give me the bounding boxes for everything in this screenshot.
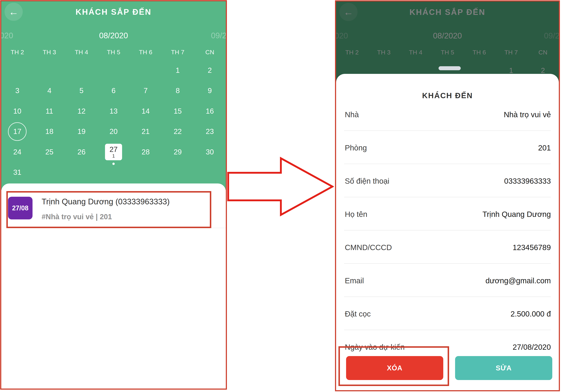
calendar-day-empty — [33, 60, 65, 81]
field-label: Số điện thoại — [345, 176, 389, 186]
calendar-day-24[interactable]: 24 — [1, 142, 33, 162]
weekday-label: CN — [194, 48, 226, 56]
calendar-day-empty — [162, 162, 194, 183]
calendar-day-8[interactable]: 8 — [162, 81, 194, 101]
field-label: Phòng — [345, 143, 367, 153]
field-value: 2.500.000 đ — [510, 309, 551, 320]
calendar-day-6[interactable]: 6 — [97, 81, 130, 101]
screenshot-right-guest-detail: ← KHÁCH SẮP ĐẾN 020 08/2020 09/2 TH 2TH … — [335, 0, 560, 391]
weekday-label: TH 3 — [33, 48, 65, 56]
field-divider — [344, 297, 551, 297]
calendar-day-10[interactable]: 10 — [1, 101, 33, 121]
calendar-day-2[interactable]: 2 — [194, 60, 226, 81]
selected-day-box: 271 — [105, 144, 122, 160]
calendar-day-23[interactable]: 23 — [194, 121, 226, 142]
field-value: 27/08/2020 — [513, 342, 551, 353]
field-divider — [344, 330, 551, 330]
calendar-day-29[interactable]: 29 — [162, 142, 194, 162]
calendar-day-1[interactable]: 1 — [162, 60, 194, 81]
field-divider — [344, 164, 551, 164]
weekday-label: TH 5 — [97, 48, 130, 56]
sheet-drag-handle[interactable] — [439, 66, 461, 70]
calendar-day-14[interactable]: 14 — [129, 101, 162, 121]
screenshot-left-guest-calendar: ← KHÁCH SẮP ĐẾN 020 08/2020 09/2 TH 2TH … — [0, 0, 227, 390]
field-value: 201 — [538, 143, 551, 153]
annotation-box-guest-item — [6, 191, 211, 228]
calendar-day-empty — [97, 162, 130, 183]
field-value: 123456789 — [513, 242, 551, 253]
field-label: Đặt cọc — [345, 309, 371, 320]
calendar-day-30[interactable]: 30 — [194, 142, 226, 162]
guest-list-card: 27/08 Trịnh Quang Dương (03333963333) #N… — [1, 184, 226, 389]
calendar-day-empty — [129, 60, 162, 81]
calendar-day-5[interactable]: 5 — [65, 81, 97, 101]
calendar-day-empty — [65, 162, 97, 183]
field-row-s-i-n-tho-i: Số điện thoại03333963333 — [345, 176, 551, 186]
current-day-ring: 17 — [8, 122, 27, 141]
calendar-day-19[interactable]: 19 — [65, 121, 97, 142]
field-label: Nhà — [345, 109, 359, 120]
calendar-day-empty — [194, 162, 226, 183]
calendar-day-7[interactable]: 7 — [129, 81, 162, 101]
calendar-day-11[interactable]: 11 — [33, 101, 65, 121]
field-row-email: Emaildương@gmail.com — [345, 275, 551, 286]
current-month-label: 08/2020 — [1, 30, 226, 41]
field-label: CMND/CCCD — [345, 242, 392, 253]
calendar-day-22[interactable]: 22 — [162, 121, 194, 142]
field-row-ph-ng: Phòng201 — [345, 143, 551, 153]
weekday-label: TH 6 — [129, 48, 162, 56]
calendar-day-9[interactable]: 9 — [194, 81, 226, 101]
field-value: 03333963333 — [504, 176, 551, 186]
calendar-day-empty — [129, 162, 162, 183]
sheet-title: KHÁCH ĐẾN — [336, 91, 559, 100]
calendar-day-empty — [1, 60, 33, 81]
calendar-day-17[interactable]: 17 — [1, 121, 33, 142]
calendar-day-26[interactable]: 26 — [65, 142, 97, 162]
field-divider — [344, 131, 551, 131]
calendar-screen-background: ← KHÁCH SẮP ĐẾN 020 08/2020 09/2 TH 2TH … — [1, 1, 226, 190]
calendar-day-21[interactable]: 21 — [129, 121, 162, 142]
field-label: Họ tên — [345, 209, 367, 220]
calendar-day-15[interactable]: 15 — [162, 101, 194, 121]
field-value: Nhà trọ vui vẻ — [504, 109, 551, 120]
calendar-day-28[interactable]: 28 — [129, 142, 162, 162]
field-label: Email — [345, 275, 364, 286]
weekday-header-row: TH 2TH 3TH 4TH 5TH 6TH 7CN — [1, 48, 226, 56]
field-divider — [344, 263, 551, 264]
calendar-day-27[interactable]: 271 — [97, 142, 130, 162]
field-divider — [344, 230, 551, 230]
field-row-nh-: NhàNhà trọ vui vẻ — [345, 109, 551, 120]
calendar-day-3[interactable]: 3 — [1, 81, 33, 101]
guest-detail-sheet: KHÁCH ĐẾN NhàNhà trọ vui vẻPhòng201Số đi… — [336, 74, 559, 390]
month-selector: 020 08/2020 09/2 — [1, 30, 226, 41]
weekday-label: TH 4 — [65, 48, 97, 56]
calendar-day-4[interactable]: 4 — [33, 81, 65, 101]
page-title: KHÁCH SẮP ĐẾN — [1, 7, 226, 17]
calendar-day-empty — [33, 162, 65, 183]
field-value: dương@gmail.com — [485, 275, 551, 286]
transition-arrow-shape — [228, 158, 333, 215]
selected-day-number: 27 — [109, 145, 118, 153]
field-row-h-t-n: Họ tênTrịnh Quang Dương — [345, 209, 551, 220]
weekday-label: TH 2 — [1, 48, 33, 56]
calendar-day-20[interactable]: 20 — [97, 121, 130, 142]
transition-arrow-icon — [227, 156, 334, 218]
selected-day-event-count: 1 — [112, 153, 115, 158]
field-row--t-c-c: Đặt cọc2.500.000 đ — [345, 309, 551, 320]
field-row-cmnd-cccd: CMND/CCCD123456789 — [345, 242, 551, 253]
calendar-day-25[interactable]: 25 — [33, 142, 65, 162]
weekday-label: TH 7 — [162, 48, 194, 56]
calendar-day-18[interactable]: 18 — [33, 121, 65, 142]
field-value: Trịnh Quang Dương — [483, 209, 551, 220]
calendar-day-12[interactable]: 12 — [65, 101, 97, 121]
calendar-day-empty — [97, 60, 130, 81]
next-month-label[interactable]: 09/2 — [211, 30, 227, 41]
calendar-day-16[interactable]: 16 — [194, 101, 226, 121]
calendar-grid: 1234567891011121314151617181920212223242… — [1, 60, 226, 183]
edit-button[interactable]: SỬA — [455, 356, 552, 380]
annotation-box-delete-button — [338, 346, 449, 386]
calendar-day-empty — [65, 60, 97, 81]
field-divider — [344, 197, 551, 197]
calendar-day-31[interactable]: 31 — [1, 162, 33, 183]
calendar-day-13[interactable]: 13 — [97, 101, 130, 121]
